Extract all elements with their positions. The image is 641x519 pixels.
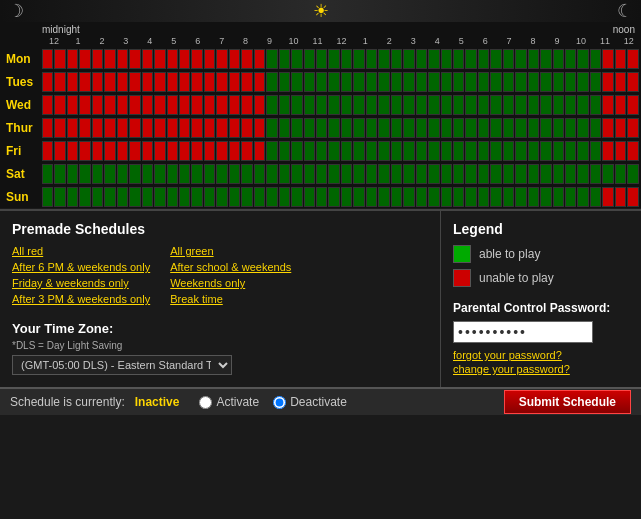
schedule-cell[interactable] <box>416 164 427 184</box>
schedule-cell[interactable] <box>204 95 215 115</box>
schedule-cell[interactable] <box>627 49 638 69</box>
schedule-cell[interactable] <box>577 187 588 207</box>
schedule-cell[interactable] <box>142 187 153 207</box>
schedule-cell[interactable] <box>366 164 377 184</box>
schedule-cell[interactable] <box>341 72 352 92</box>
schedule-cell[interactable] <box>42 187 53 207</box>
schedule-cell[interactable] <box>428 118 439 138</box>
schedule-cell[interactable] <box>54 164 65 184</box>
schedule-cell[interactable] <box>328 72 339 92</box>
schedule-cell[interactable] <box>490 95 501 115</box>
schedule-cell[interactable] <box>465 72 476 92</box>
schedule-cell[interactable] <box>378 95 389 115</box>
schedule-cell[interactable] <box>416 95 427 115</box>
schedule-cell[interactable] <box>465 164 476 184</box>
schedule-cell[interactable] <box>627 72 638 92</box>
schedule-cell[interactable] <box>577 95 588 115</box>
schedule-cell[interactable] <box>229 187 240 207</box>
schedule-cell[interactable] <box>204 141 215 161</box>
schedule-cell[interactable] <box>590 164 601 184</box>
schedule-cell[interactable] <box>478 164 489 184</box>
schedule-cell[interactable] <box>229 164 240 184</box>
schedule-cell[interactable] <box>366 49 377 69</box>
schedule-cell[interactable] <box>316 141 327 161</box>
schedule-cell[interactable] <box>204 164 215 184</box>
schedule-cell[interactable] <box>553 164 564 184</box>
schedule-cell[interactable] <box>92 72 103 92</box>
schedule-cell[interactable] <box>104 118 115 138</box>
schedule-cell[interactable] <box>540 141 551 161</box>
schedule-cell[interactable] <box>279 72 290 92</box>
schedule-cell[interactable] <box>54 95 65 115</box>
schedule-cell[interactable] <box>266 141 277 161</box>
schedule-cell[interactable] <box>428 95 439 115</box>
schedule-cell[interactable] <box>179 118 190 138</box>
schedule-cell[interactable] <box>478 187 489 207</box>
schedule-cell[interactable] <box>353 187 364 207</box>
schedule-cell[interactable] <box>129 49 140 69</box>
schedule-cell[interactable] <box>328 49 339 69</box>
schedule-cell[interactable] <box>316 95 327 115</box>
schedule-cell[interactable] <box>42 141 53 161</box>
schedule-cell[interactable] <box>428 141 439 161</box>
schedule-cell[interactable] <box>378 164 389 184</box>
premade-link[interactable]: Break time <box>170 293 291 305</box>
schedule-cell[interactable] <box>104 164 115 184</box>
schedule-cell[interactable] <box>602 49 613 69</box>
schedule-cell[interactable] <box>341 95 352 115</box>
schedule-cell[interactable] <box>167 95 178 115</box>
schedule-cell[interactable] <box>528 141 539 161</box>
premade-link[interactable]: Friday & weekends only <box>12 277 150 289</box>
schedule-cell[interactable] <box>216 141 227 161</box>
schedule-cell[interactable] <box>92 118 103 138</box>
schedule-cell[interactable] <box>129 95 140 115</box>
schedule-cell[interactable] <box>391 118 402 138</box>
schedule-cell[interactable] <box>428 49 439 69</box>
schedule-cell[interactable] <box>403 49 414 69</box>
schedule-cell[interactable] <box>341 141 352 161</box>
schedule-cell[interactable] <box>167 187 178 207</box>
schedule-cell[interactable] <box>167 72 178 92</box>
schedule-cell[interactable] <box>465 187 476 207</box>
schedule-cell[interactable] <box>79 49 90 69</box>
schedule-cell[interactable] <box>515 118 526 138</box>
schedule-cell[interactable] <box>54 141 65 161</box>
schedule-cell[interactable] <box>503 95 514 115</box>
schedule-cell[interactable] <box>540 118 551 138</box>
schedule-cell[interactable] <box>216 72 227 92</box>
schedule-cell[interactable] <box>229 141 240 161</box>
schedule-cell[interactable] <box>117 49 128 69</box>
schedule-cell[interactable] <box>353 72 364 92</box>
schedule-cell[interactable] <box>565 118 576 138</box>
schedule-cell[interactable] <box>266 164 277 184</box>
schedule-cell[interactable] <box>191 141 202 161</box>
schedule-cell[interactable] <box>104 72 115 92</box>
schedule-cell[interactable] <box>279 164 290 184</box>
schedule-cell[interactable] <box>615 164 626 184</box>
schedule-cell[interactable] <box>428 164 439 184</box>
schedule-cell[interactable] <box>304 118 315 138</box>
schedule-cell[interactable] <box>353 164 364 184</box>
schedule-cell[interactable] <box>391 95 402 115</box>
schedule-cell[interactable] <box>304 49 315 69</box>
schedule-cell[interactable] <box>129 164 140 184</box>
schedule-cell[interactable] <box>428 72 439 92</box>
schedule-cell[interactable] <box>615 72 626 92</box>
schedule-cell[interactable] <box>229 72 240 92</box>
schedule-cell[interactable] <box>241 141 252 161</box>
schedule-cell[interactable] <box>366 187 377 207</box>
schedule-cell[interactable] <box>104 187 115 207</box>
schedule-cell[interactable] <box>142 164 153 184</box>
schedule-cell[interactable] <box>79 72 90 92</box>
schedule-cell[interactable] <box>577 164 588 184</box>
schedule-cell[interactable] <box>204 49 215 69</box>
schedule-cell[interactable] <box>254 95 265 115</box>
schedule-cell[interactable] <box>104 141 115 161</box>
schedule-cell[interactable] <box>191 72 202 92</box>
schedule-cell[interactable] <box>378 187 389 207</box>
schedule-cell[interactable] <box>478 72 489 92</box>
schedule-cell[interactable] <box>167 49 178 69</box>
schedule-cell[interactable] <box>540 49 551 69</box>
schedule-cell[interactable] <box>341 49 352 69</box>
schedule-cell[interactable] <box>478 118 489 138</box>
